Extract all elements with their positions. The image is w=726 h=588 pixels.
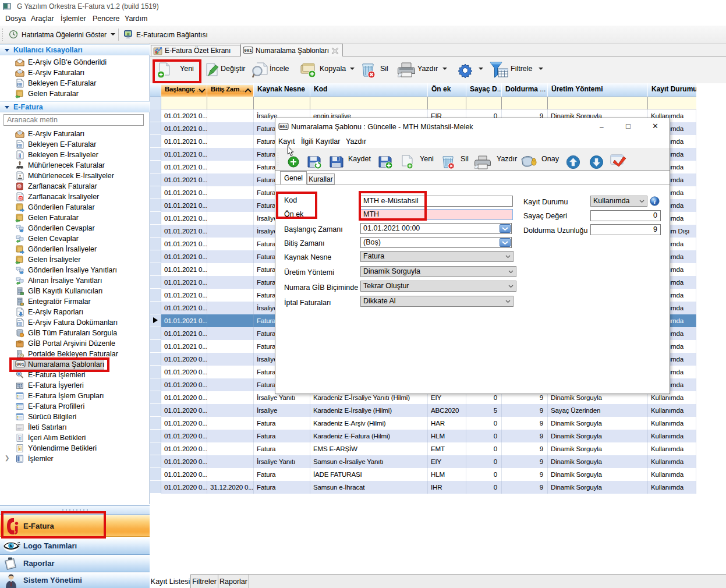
- svg-text:001: 001: [244, 48, 252, 53]
- svg-text:@: @: [17, 184, 21, 189]
- svg-text:@: @: [19, 196, 23, 200]
- svg-text:Y: Y: [18, 447, 21, 451]
- svg-text:001: 001: [279, 125, 288, 129]
- svg-text:I: I: [19, 436, 21, 441]
- svg-text:▦: ▦: [126, 32, 129, 36]
- svg-text:i: i: [19, 154, 20, 158]
